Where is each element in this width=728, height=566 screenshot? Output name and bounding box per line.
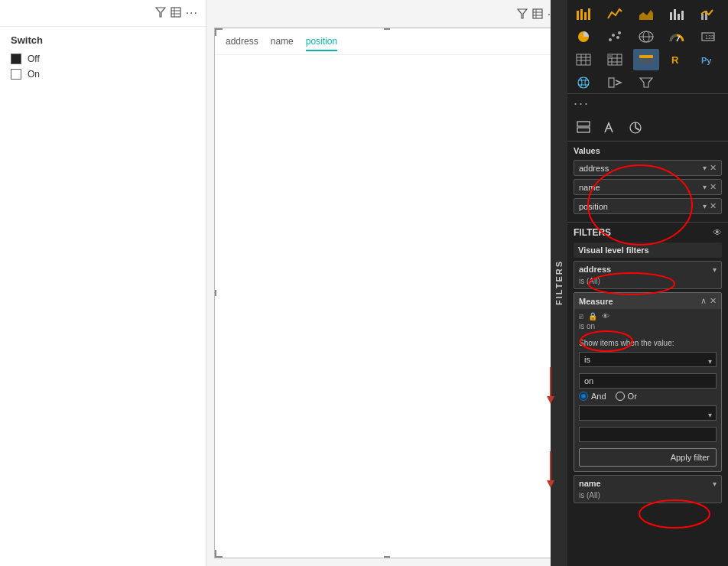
tab-address[interactable]: address <box>226 36 258 51</box>
filter-icon-mid[interactable] <box>517 8 528 21</box>
viz-icon-matrix[interactable] <box>602 49 628 70</box>
measure-x-icon[interactable]: ✕ <box>710 296 717 306</box>
visualization-icons: 123 R Py <box>567 0 728 94</box>
switch-item-off[interactable]: Off <box>11 54 195 64</box>
viz-icon-py[interactable]: Py <box>695 49 721 70</box>
viz-icon-column[interactable] <box>664 3 690 24</box>
radio-and-label: And <box>591 392 606 401</box>
field-name-remove[interactable]: ✕ <box>710 182 717 192</box>
svg-rect-13 <box>588 8 590 20</box>
second-condition-select[interactable]: is is not <box>579 405 717 421</box>
filter-name-name: name <box>579 479 601 488</box>
handle-left[interactable] <box>215 290 216 296</box>
show-items-label: Show items when the value: <box>579 338 717 349</box>
field-address-chevron[interactable]: ▾ <box>703 164 707 172</box>
switch-item-on[interactable]: On <box>11 69 195 80</box>
svg-rect-6 <box>533 9 542 18</box>
field-position-remove[interactable]: ✕ <box>710 201 717 211</box>
tab-name[interactable]: name <box>271 36 294 51</box>
handle-bottom[interactable] <box>384 556 390 558</box>
filters-section-title: FILTERS <box>574 227 611 238</box>
measure-filter-body: Show items when the value: is is not is … <box>574 333 721 471</box>
eye-icon[interactable]: 👁 <box>602 312 609 320</box>
viz-icon-bar[interactable] <box>570 3 596 24</box>
svg-marker-14 <box>639 10 653 20</box>
radio-and[interactable]: And <box>579 392 606 401</box>
field-position-chevron[interactable]: ▾ <box>703 202 707 210</box>
table-icon-mid[interactable] <box>532 8 543 21</box>
table-icon[interactable] <box>171 7 181 20</box>
svg-rect-44 <box>639 60 653 63</box>
viz-icon-card[interactable]: 123 <box>695 26 721 47</box>
viz-icon-area[interactable] <box>633 3 659 24</box>
filter-item-address: address ▾ is (All) <box>574 261 722 289</box>
svg-marker-52 <box>640 78 652 87</box>
viz-icon-r[interactable]: R <box>664 49 690 70</box>
filter-name-chevron[interactable]: ▾ <box>713 480 717 488</box>
svg-rect-43 <box>639 55 653 58</box>
filter-name-sub: is (All) <box>574 491 721 503</box>
viz-tab-format[interactable] <box>598 118 621 138</box>
filters-vertical-label: FILTERS <box>554 260 564 305</box>
measure-filter-header[interactable]: Measure ∧ ✕ <box>574 293 721 309</box>
svg-point-48 <box>578 77 589 88</box>
measure-up-icon[interactable]: ∧ <box>700 296 707 306</box>
filter-item-name: name ▾ is (All) <box>574 475 722 503</box>
filters-vertical-tab[interactable]: FILTERS <box>551 0 567 566</box>
more-icons-row: ··· <box>567 94 728 115</box>
filters-eye-icon[interactable]: 👁 <box>713 227 722 238</box>
viz-icon-line[interactable] <box>602 3 628 24</box>
radio-or[interactable]: Or <box>616 392 637 401</box>
field-position-actions: ▾ ✕ <box>703 201 717 211</box>
viz-tab-fields[interactable] <box>572 118 595 138</box>
viz-icon-table[interactable] <box>570 49 596 70</box>
condition-select-wrapper: is is not is less than is greater than <box>579 352 717 370</box>
field-pill-position: position ▾ ✕ <box>574 198 722 214</box>
viz-icon-pie[interactable] <box>570 26 596 47</box>
filter-name-header[interactable]: name ▾ <box>574 476 721 491</box>
field-name-chevron[interactable]: ▾ <box>703 183 707 191</box>
corner-tl <box>215 28 223 36</box>
filter-address-header[interactable]: address ▾ <box>574 262 721 277</box>
handle-top[interactable] <box>384 28 390 30</box>
viz-icon-globe[interactable] <box>570 72 596 93</box>
apply-filter-button[interactable]: Apply filter <box>579 448 717 467</box>
svg-marker-5 <box>518 9 527 18</box>
viz-icon-combo[interactable] <box>695 3 721 24</box>
viz-icon-custom1[interactable] <box>602 72 628 93</box>
more-icons-btn[interactable]: ··· <box>574 96 590 112</box>
svg-rect-42 <box>608 54 612 58</box>
switch-items: Off On <box>0 50 206 83</box>
second-condition-select-wrapper: is is not <box>579 405 717 424</box>
svg-rect-17 <box>678 14 680 20</box>
viz-icon-gauge[interactable] <box>664 26 690 47</box>
condition-select[interactable]: is is not is less than is greater than <box>579 352 717 367</box>
svg-rect-1 <box>171 8 180 17</box>
svg-rect-53 <box>577 122 590 126</box>
field-address-remove[interactable]: ✕ <box>710 163 717 173</box>
right-area: FILTERS <box>567 0 728 566</box>
viz-icon-slicer[interactable] <box>633 49 659 70</box>
field-address-text: address <box>579 164 609 173</box>
lock-icon[interactable]: 🔒 <box>588 312 597 320</box>
viz-icon-map[interactable] <box>633 26 659 47</box>
viz-tab-analytics[interactable] <box>624 118 647 138</box>
measure-filter-name: Measure <box>579 297 613 306</box>
svg-line-58 <box>635 128 639 130</box>
svg-text:Py: Py <box>701 56 712 65</box>
values-title: Values <box>574 146 722 155</box>
filter-icon[interactable] <box>155 7 166 20</box>
viz-icon-scatter[interactable] <box>602 26 628 47</box>
filter-value-input[interactable] <box>579 373 717 389</box>
svg-point-22 <box>609 38 612 41</box>
eraser-icon[interactable]: ⎚ <box>579 312 583 320</box>
tab-position[interactable]: position <box>306 36 337 51</box>
svg-rect-51 <box>609 78 614 87</box>
radio-or-label: Or <box>628 392 637 401</box>
second-filter-value-input[interactable] <box>579 427 717 442</box>
viz-icon-funnel[interactable] <box>633 72 659 93</box>
more-icon[interactable]: ··· <box>186 6 198 20</box>
switch-title: Switch <box>0 27 206 50</box>
filter-address-chevron[interactable]: ▾ <box>713 265 717 274</box>
svg-point-24 <box>616 36 619 39</box>
